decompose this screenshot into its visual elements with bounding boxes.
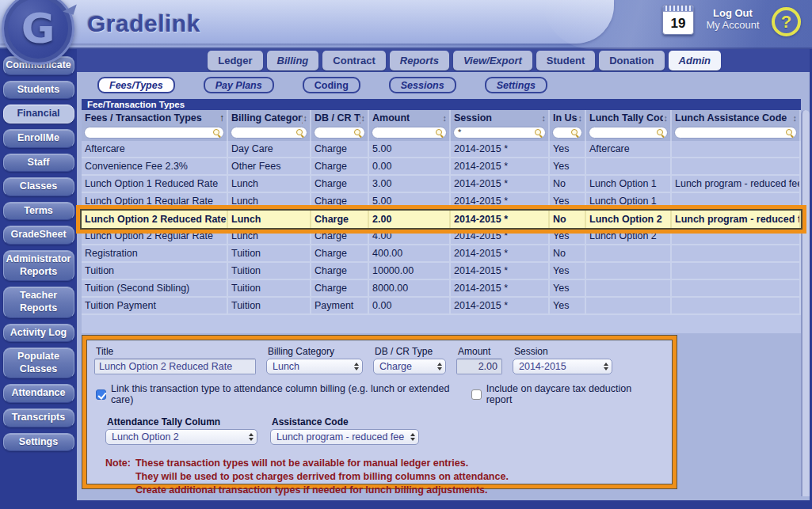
table-cell: No <box>550 245 586 263</box>
note-line: Create additional transaction types if n… <box>135 484 509 497</box>
sidebar-item-activity-log[interactable]: Activity Log <box>3 324 74 343</box>
table-row[interactable]: RegistrationTuitionCharge400.002014-2015… <box>82 245 801 263</box>
sidebar-item-populate-classes[interactable]: Populate Classes <box>3 348 74 378</box>
sidebar-item-classes[interactable]: Classes <box>3 177 74 196</box>
filter-input-amount[interactable] <box>372 127 447 139</box>
column-label: In Use <box>553 112 578 123</box>
sidebar-item-transcripts[interactable]: Transcripts <box>3 408 74 427</box>
sidebar-item-enrollme[interactable]: EnrollMe <box>3 129 74 148</box>
tab-view-export[interactable]: View/Export <box>453 51 532 70</box>
tab-donation[interactable]: Donation <box>599 51 664 70</box>
tab-admin[interactable]: Admin <box>669 51 721 70</box>
filter-input-lunch-tally-code[interactable] <box>589 127 668 139</box>
sidebar-item-attendance[interactable]: Attendance <box>3 384 74 403</box>
billing-category-select[interactable]: Lunch <box>266 359 363 374</box>
filter-input-fees-transaction-types[interactable] <box>84 127 224 139</box>
sort-both-icon: ↕ <box>792 113 798 123</box>
sidebar-item-financial[interactable]: Financial <box>3 104 74 123</box>
column-label: Fees / Transaction Types <box>85 112 202 123</box>
table-cell: Lunch Option 2 Regular Rate <box>82 228 228 245</box>
filter-input-in-use[interactable] <box>552 127 582 139</box>
subtab-fees-types[interactable]: Fees/Types <box>97 77 175 93</box>
sidebar-item-students[interactable]: Students <box>3 81 74 100</box>
sidebar-item-settings[interactable]: Settings <box>3 433 74 452</box>
table-row[interactable]: Lunch Option 1 Reduced RateLunchCharge3.… <box>82 176 801 193</box>
search-icon <box>295 128 304 137</box>
help-icon[interactable]: ? <box>772 7 801 36</box>
table-row[interactable]: Convenience Fee 2.3%Other FeesCharge0.00… <box>82 158 801 176</box>
table-cell <box>672 245 801 263</box>
link-attendance-checkbox[interactable] <box>96 389 106 400</box>
table-row[interactable]: TuitionTuitionCharge10000.002014-2015 *Y… <box>82 263 801 280</box>
subtab-sessions[interactable]: Sessions <box>389 77 456 93</box>
form-note: Note: These transaction types will not b… <box>105 457 665 497</box>
column-header-session[interactable]: Session↕ <box>451 110 550 125</box>
column-header-in-use[interactable]: In Use↕ <box>550 110 586 125</box>
billing-category-label: Billing Category <box>268 346 363 357</box>
sidebar-item-gradesheet[interactable]: GradeSheet <box>3 226 74 245</box>
sidebar-item-staff[interactable]: Staff <box>3 154 74 173</box>
sidebar-item-teacher-reports[interactable]: Teacher Reports <box>3 287 74 317</box>
log-out-link[interactable]: Log Out <box>713 7 753 19</box>
sidebar-item-administrator-reports[interactable]: Administrator Reports <box>3 250 74 281</box>
column-header-db-cr-type[interactable]: DB / CR Type↕ <box>311 110 369 125</box>
table-cell: Charge <box>311 211 369 228</box>
my-account-link[interactable]: My Account <box>706 19 759 31</box>
db-cr-type-value: Charge <box>379 361 412 372</box>
column-header-lunch-tally-code[interactable]: Lunch Tally Code↕ <box>586 110 672 125</box>
filter-input-lunch-assistance-code[interactable] <box>674 127 797 139</box>
column-header-amount[interactable]: Amount↕ <box>369 110 451 125</box>
table-cell <box>672 158 801 176</box>
table-cell <box>672 228 801 245</box>
calendar-icon[interactable]: 19 <box>662 5 694 35</box>
table-row-selected[interactable]: Lunch Option 2 Reduced RateLunchCharge2.… <box>82 211 801 228</box>
tab-billing[interactable]: Billing <box>267 51 319 70</box>
subtab-bar: Fees/TypesPay PlansCodingSessionsSetting… <box>77 72 810 98</box>
attendance-tally-column-select[interactable]: Lunch Option 2 <box>105 429 257 445</box>
table-row[interactable]: AftercareDay CareCharge5.002014-2015 *Ye… <box>82 141 801 158</box>
subtab-coding[interactable]: Coding <box>303 77 360 93</box>
filter-input-db-cr-type[interactable] <box>314 127 365 139</box>
tab-student[interactable]: Student <box>536 51 595 70</box>
table-cell: 2014-2015 * <box>451 141 550 158</box>
vertical-scrollbar[interactable] <box>801 110 810 496</box>
filter-cell <box>672 125 801 141</box>
table-row[interactable]: Tuition (Second Sibling)TuitionCharge800… <box>82 280 801 298</box>
tab-reports[interactable]: Reports <box>390 51 449 70</box>
column-header-lunch-assistance-code[interactable]: Lunch Assistance Code↕ <box>672 110 801 125</box>
table-cell: Yes <box>550 228 586 245</box>
sort-both-icon: ↕ <box>360 113 366 123</box>
column-label: Amount <box>372 112 410 123</box>
session-select[interactable]: 2014-2015 <box>513 359 612 374</box>
amount-input[interactable]: 2.00 <box>456 359 502 374</box>
filter-cell <box>586 125 672 141</box>
db-cr-type-select[interactable]: Charge <box>373 359 446 374</box>
daycare-tax-checkbox[interactable] <box>471 389 482 400</box>
search-icon <box>353 128 362 137</box>
table-cell: 5.00 <box>369 193 451 211</box>
table-cell: Lunch Option 1 <box>586 193 672 211</box>
table-cell: No <box>550 211 586 228</box>
subtab-settings[interactable]: Settings <box>485 77 547 93</box>
tab-contract[interactable]: Contract <box>322 51 385 70</box>
assistance-code-select[interactable]: Lunch program - reduced fee <box>270 429 419 445</box>
filter-input-billing-category[interactable] <box>231 127 307 139</box>
form-fields-row: Title Lunch Option 2 Reduced Rate Billin… <box>94 344 665 374</box>
column-header-billing-category[interactable]: Billing Category↕ <box>228 110 311 125</box>
table-cell: Other Fees <box>228 158 311 176</box>
tab-ledger[interactable]: Ledger <box>208 51 262 70</box>
subtab-pay-plans[interactable]: Pay Plans <box>204 77 274 93</box>
title-input[interactable]: Lunch Option 2 Reduced Rate <box>94 359 256 374</box>
select-arrows-icon <box>351 363 359 370</box>
table-row[interactable]: Tuition PaymentTuitionPayment0.002014-20… <box>82 298 801 315</box>
sidebar-item-terms[interactable]: Terms <box>3 202 74 221</box>
amount-label: Amount <box>458 346 502 357</box>
table-cell: 0.00 <box>369 298 451 315</box>
column-header-fees-transaction-types[interactable]: Fees / Transaction Types↑ <box>82 110 228 125</box>
table-row[interactable]: Lunch Option 1 Regular RateLunchCharge5.… <box>82 193 801 211</box>
table-row[interactable]: Lunch Option 2 Regular RateLunchCharge4.… <box>82 228 801 245</box>
billing-category-value: Lunch <box>273 361 299 372</box>
filter-input-session[interactable]: * <box>453 127 546 139</box>
table-cell: Tuition <box>82 263 228 280</box>
table-cell: 3.00 <box>369 176 451 193</box>
